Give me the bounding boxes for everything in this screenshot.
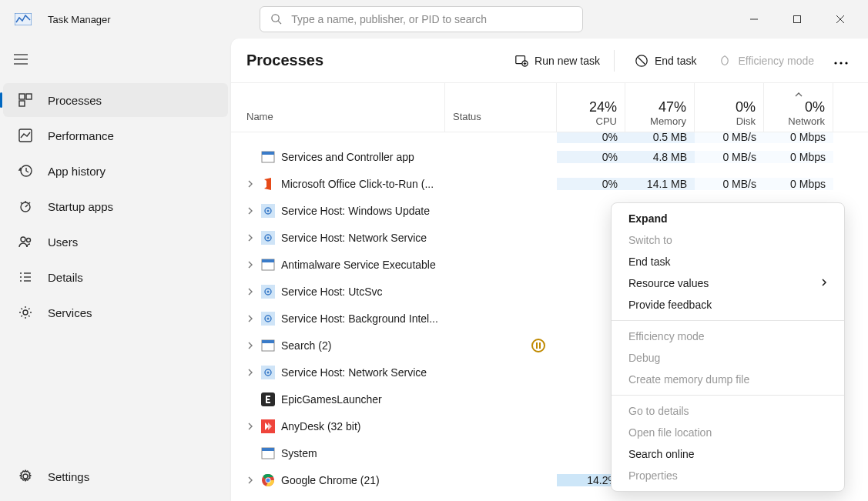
process-name: System [281, 447, 317, 459]
run-task-button[interactable]: Run new task [507, 49, 608, 72]
process-name: Antimalware Service Executable [281, 259, 436, 271]
efficiency-label: Efficiency mode [738, 55, 814, 67]
process-name: Service Host: Background Intel... [281, 312, 438, 325]
minimize-button[interactable] [732, 0, 776, 38]
svg-point-20 [21, 237, 25, 242]
nav-processes[interactable]: Processes [3, 83, 228, 117]
expand-chevron-icon[interactable] [243, 315, 258, 322]
svg-rect-4 [794, 16, 801, 23]
svg-point-46 [267, 209, 270, 212]
disk-cell: 0 MB/s [695, 151, 764, 163]
expand-chevron-icon[interactable] [243, 476, 258, 484]
titlebar: Task Manager [0, 0, 868, 38]
expand-chevron-icon[interactable] [243, 369, 258, 376]
col-status[interactable]: Status [445, 83, 557, 132]
expand-chevron-icon[interactable] [243, 180, 258, 188]
mem-cell: 0.5 MB [625, 132, 695, 143]
process-name: Service Host: Network Service [281, 366, 427, 379]
end-task-button[interactable]: End task [627, 49, 704, 72]
paused-icon [531, 339, 545, 352]
svg-point-62 [267, 371, 270, 373]
chrome-icon [261, 473, 275, 487]
anydesk-icon [261, 419, 275, 433]
ctx-expand[interactable]: Expand [612, 208, 844, 229]
column-header: Name Status 24% CPU 47% Memory 0% Disk 0… [231, 83, 868, 132]
nav-services[interactable]: Services [3, 296, 228, 329]
nav-users[interactable]: Users [3, 225, 228, 259]
svg-point-29 [23, 474, 28, 479]
window-icon [261, 150, 275, 164]
ctx-resource-values[interactable]: Resource values [612, 272, 844, 294]
col-disk[interactable]: 0% Disk [695, 83, 764, 132]
process-row[interactable]: Services and Controller app0%4.8 MB0 MB/… [231, 143, 868, 170]
col-name[interactable]: Name [231, 83, 445, 132]
svg-rect-66 [262, 448, 274, 451]
process-name: Microsoft Office Click-to-Run (... [281, 178, 434, 190]
disk-cell: 0 MB/s [695, 132, 764, 143]
context-menu: Expand Switch to End task Resource value… [611, 202, 845, 492]
ctx-efficiency: Efficiency mode [612, 326, 844, 347]
epic-icon [261, 392, 275, 406]
disk-cell: 0 MB/s [695, 178, 764, 190]
details-icon [17, 269, 34, 286]
ctx-properties: Properties [612, 465, 844, 486]
process-row[interactable]: Microsoft Office Click-to-Run (...0%14.1… [231, 170, 868, 197]
ctx-feedback[interactable]: Provide feedback [612, 294, 844, 316]
close-button[interactable] [819, 0, 862, 38]
svg-line-19 [29, 202, 31, 204]
more-button[interactable] [829, 49, 853, 72]
expand-chevron-icon[interactable] [243, 207, 258, 215]
svg-rect-43 [262, 152, 274, 155]
settings-icon [17, 468, 34, 485]
expand-chevron-icon[interactable] [243, 342, 258, 349]
maximize-button[interactable] [776, 0, 819, 38]
col-memory[interactable]: 47% Memory [625, 83, 695, 132]
svg-point-37 [840, 62, 842, 64]
svg-line-16 [25, 205, 28, 207]
svg-point-36 [834, 62, 836, 64]
gear-icon [261, 366, 275, 379]
app-icon [14, 13, 32, 25]
app-title: Task Manager [48, 14, 111, 25]
nav-history[interactable]: App history [3, 154, 228, 188]
svg-rect-51 [262, 259, 274, 262]
svg-rect-59 [262, 340, 274, 343]
performance-icon [17, 127, 34, 144]
nav-details[interactable]: Details [3, 260, 228, 294]
nav-settings[interactable]: Settings [3, 459, 228, 493]
run-task-label: Run new task [535, 55, 600, 67]
expand-chevron-icon[interactable] [243, 234, 258, 242]
expand-chevron-icon[interactable] [243, 288, 258, 296]
expand-chevron-icon[interactable] [243, 261, 258, 269]
nav-performance[interactable]: Performance [3, 119, 228, 152]
nav-label: Services [48, 306, 92, 319]
ctx-end-task[interactable]: End task [612, 251, 844, 272]
col-cpu[interactable]: 24% CPU [557, 83, 625, 132]
cpu-cell: 0% [557, 151, 625, 163]
ctx-search-online[interactable]: Search online [612, 443, 844, 465]
col-network[interactable]: 0% Network [764, 83, 833, 132]
expand-chevron-icon[interactable] [243, 423, 258, 430]
process-name: Service Host: Windows Update [281, 205, 430, 217]
ctx-debug: Debug [612, 347, 844, 369]
search-box[interactable] [260, 6, 583, 32]
process-row[interactable]: Service Host: Bluetooth Audio ...0%0.5 M… [231, 132, 868, 143]
nav-startup[interactable]: Startup apps [3, 189, 228, 223]
window-icon [261, 339, 275, 352]
search-input[interactable] [260, 6, 583, 32]
nav-label: Users [48, 235, 78, 249]
gear-icon [261, 312, 275, 326]
nav-toggle-button[interactable] [0, 46, 231, 75]
nav-label: Performance [48, 129, 114, 142]
ctx-details: Go to details [612, 400, 844, 422]
search-icon [270, 13, 282, 28]
process-name: Services and Controller app [281, 151, 414, 163]
mem-cell: 14.1 MB [625, 178, 695, 190]
chevron-right-icon [821, 277, 827, 289]
gear-icon [261, 231, 275, 245]
history-icon [17, 162, 34, 179]
gear-icon [261, 204, 275, 218]
svg-line-35 [638, 57, 645, 64]
svg-point-69 [266, 478, 270, 482]
sidebar: Processes Performance App history Startu… [0, 38, 231, 501]
